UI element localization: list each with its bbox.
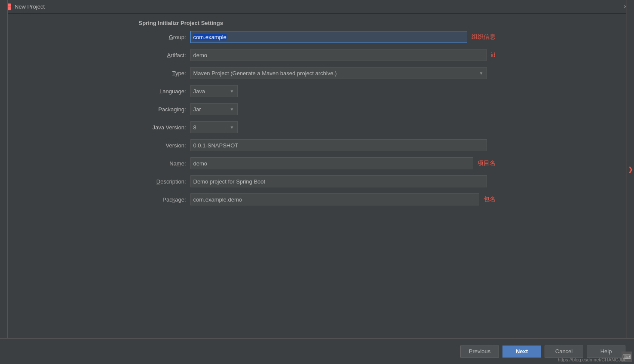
title-bar: New Project × [0, 0, 634, 14]
artifact-annotation: id [491, 52, 496, 58]
group-annotation: 组织信息 [472, 33, 496, 41]
type-select[interactable]: Maven Project (Generate a Maven based pr… [190, 67, 487, 79]
name-label: Name: [139, 160, 190, 167]
bottom-bar: Previous Next Cancel Help ⌨ https://blog… [0, 338, 634, 364]
package-label: Package: [139, 196, 190, 203]
java-version-select[interactable]: 8 11 17 [190, 121, 238, 133]
svg-rect-1 [8, 4, 11, 6]
packaging-select[interactable]: Jar War [190, 103, 238, 115]
artifact-label: Artifact: [139, 52, 190, 58]
artifact-row: Artifact: id [139, 49, 496, 61]
previous-button[interactable]: Previous [460, 346, 499, 358]
help-button[interactable]: Help [587, 346, 625, 358]
name-row: Name: 项目名 [139, 157, 496, 170]
package-input[interactable] [190, 193, 479, 205]
group-input[interactable] [190, 31, 467, 43]
java-version-label: Java Version: [139, 124, 190, 131]
form-area: Group: 组织信息 Artifact: id Type: Maven Pro… [130, 31, 504, 220]
name-input[interactable] [190, 157, 473, 169]
packaging-select-wrapper: Jar War ▼ [190, 103, 238, 115]
version-input[interactable] [190, 139, 487, 151]
package-annotation: 包名 [484, 196, 496, 203]
java-version-row: Java Version: 8 11 17 ▼ [139, 121, 496, 134]
language-select-wrapper: Java Kotlin Groovy ▼ [190, 85, 238, 97]
package-row: Package: 包名 [139, 193, 496, 206]
right-sidebar: ❯ [626, 0, 634, 338]
section-title: Spring Initializr Project Settings [130, 14, 504, 31]
type-select-wrapper: Maven Project (Generate a Maven based pr… [190, 67, 487, 79]
name-annotation: 项目名 [478, 159, 496, 167]
group-row: Group: 组织信息 [139, 31, 496, 43]
window-title: New Project [15, 3, 45, 10]
cancel-button[interactable]: Cancel [545, 346, 583, 358]
version-row: Version: [139, 139, 496, 152]
language-select[interactable]: Java Kotlin Groovy [190, 85, 238, 97]
type-label: Type: [139, 70, 190, 76]
packaging-label: Packaging: [139, 106, 190, 113]
left-sidebar [0, 0, 8, 364]
chevron-right-icon: ❯ [628, 166, 633, 173]
description-row: Description: [139, 175, 496, 188]
java-version-select-wrapper: 8 11 17 ▼ [190, 121, 238, 133]
version-label: Version: [139, 142, 190, 149]
type-row: Type: Maven Project (Generate a Maven ba… [139, 67, 496, 80]
description-label: Description: [139, 178, 190, 185]
svg-rect-2 [8, 7, 11, 10]
group-label: Group: [139, 34, 190, 40]
packaging-row: Packaging: Jar War ▼ [139, 103, 496, 116]
next-button[interactable]: Next [502, 346, 541, 358]
artifact-input[interactable] [190, 49, 487, 61]
new-project-dialog: Spring Initializr Project Settings Group… [130, 14, 504, 220]
language-row: Language: Java Kotlin Groovy ▼ [139, 85, 496, 98]
url-text: https://blog.csdn.net/CHANGJIA [558, 357, 625, 362]
description-input[interactable] [190, 175, 487, 187]
language-label: Language: [139, 88, 190, 95]
